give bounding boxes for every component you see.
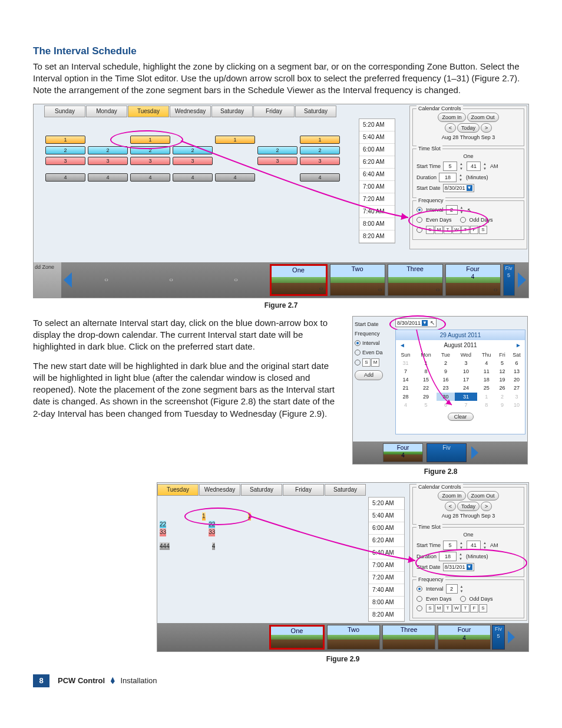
start-minute-input[interactable]: 41: [467, 162, 481, 171]
hour-spinner[interactable]: ▲▼: [459, 162, 464, 170]
month-next[interactable]: ►: [515, 341, 521, 350]
calendar-day[interactable]: 22: [415, 384, 437, 392]
zone-segment[interactable]: 3: [212, 528, 216, 536]
add-button[interactable]: Add: [355, 370, 383, 380]
calendar-day[interactable]: 2: [496, 393, 509, 401]
calendar-day[interactable]: 28: [396, 393, 415, 401]
day-letter[interactable]: M: [435, 226, 443, 234]
interval-radio[interactable]: [416, 586, 422, 592]
minute-spinner[interactable]: ▲▼: [483, 541, 488, 549]
dropdown-arrow-icon[interactable]: ▼: [467, 185, 472, 191]
zone-card[interactable]: Three ‹›: [388, 264, 443, 296]
dropdown-arrow-icon[interactable]: ▼: [422, 320, 428, 326]
day-letter[interactable]: M: [371, 358, 379, 367]
odd-days-radio[interactable]: [460, 217, 466, 223]
start-hour-input[interactable]: 5: [443, 162, 457, 171]
zone-segment[interactable]: 4: [45, 173, 85, 182]
day-letter[interactable]: S: [479, 226, 487, 234]
hour-spinner[interactable]: ▲▼: [459, 541, 464, 549]
day-letter[interactable]: T: [444, 604, 452, 612]
calendar-day[interactable]: 1: [415, 359, 437, 367]
calendar-day[interactable]: 6: [437, 401, 455, 409]
interval-radio[interactable]: [416, 207, 422, 213]
calendar-day[interactable]: 21: [396, 384, 415, 392]
odd-days-radio[interactable]: [460, 596, 466, 602]
calendar-day[interactable]: 4: [396, 401, 415, 409]
zone-card-partial[interactable]: Fiv 5: [492, 625, 505, 650]
dropdown-arrow-icon[interactable]: ▼: [467, 564, 472, 570]
zoom-out-button[interactable]: Zoom Out: [467, 491, 499, 500]
day-letter[interactable]: W: [452, 226, 461, 234]
weekday-radio[interactable]: [416, 605, 422, 611]
day-letter[interactable]: W: [452, 604, 461, 612]
calendar-day[interactable]: 23: [437, 384, 455, 392]
zone-segment[interactable]: 1: [248, 512, 252, 521]
start-date-dropdown[interactable]: 8/30/2011 ▼ ↖: [395, 318, 437, 328]
calendar-day[interactable]: 9: [437, 367, 455, 375]
zone-card[interactable]: Three: [382, 625, 435, 650]
zone-segment[interactable]: 1: [215, 136, 255, 144]
zoom-out-button[interactable]: Zoom Out: [467, 113, 499, 122]
zone-segment[interactable]: 3: [88, 157, 128, 165]
interval-input[interactable]: 2: [446, 584, 458, 594]
calendar-day[interactable]: 17: [455, 375, 477, 384]
month-prev[interactable]: ◄: [399, 341, 405, 350]
calendar-day[interactable]: 3: [455, 359, 477, 367]
zone-card[interactable]: Two: [327, 625, 380, 650]
interval-input[interactable]: 2: [446, 205, 458, 215]
day-letter[interactable]: T: [461, 226, 470, 234]
day-letter[interactable]: S: [426, 604, 434, 612]
weekday-radio[interactable]: [355, 360, 361, 365]
calendar-day[interactable]: 31: [396, 359, 415, 367]
duration-spinner[interactable]: ▲▼: [459, 173, 464, 182]
zone-card[interactable]: Four 4 ‹›: [445, 264, 501, 296]
zone-card[interactable]: Two ‹›: [330, 264, 385, 296]
start-date-dropdown[interactable]: 8/30/201 ▼: [443, 184, 474, 192]
calendar-day[interactable]: 11: [477, 367, 496, 375]
even-days-radio[interactable]: [416, 596, 422, 602]
zone-card-partial[interactable]: Fiv 5: [503, 264, 515, 296]
day-header[interactable]: Wednesday: [170, 106, 211, 117]
day-letter[interactable]: S: [479, 604, 487, 612]
zone-segment[interactable]: 3: [257, 157, 297, 165]
day-header-selected[interactable]: Tuesday: [157, 484, 199, 496]
calendar-day[interactable]: 12: [496, 367, 509, 375]
zone-segment[interactable]: 1: [130, 136, 170, 144]
zone-card-partial[interactable]: Fiv: [427, 443, 467, 462]
day-letter[interactable]: S: [426, 226, 434, 234]
start-hour-input[interactable]: 5: [443, 541, 457, 550]
calendar-day[interactable]: 5: [415, 401, 437, 409]
calendar-day[interactable]: 5: [496, 359, 509, 367]
duration-input[interactable]: 18: [439, 173, 457, 182]
zone-segment[interactable]: 2: [257, 146, 297, 154]
calendar-day[interactable]: 9: [496, 401, 509, 409]
clear-button[interactable]: Clear: [448, 413, 474, 421]
zone-segment[interactable]: 3: [173, 157, 213, 165]
next-button[interactable]: >: [481, 123, 492, 133]
day-header[interactable]: Sunday: [44, 106, 85, 117]
zone-segment[interactable]: 1: [45, 136, 85, 144]
calendar-day[interactable]: 16: [437, 375, 455, 384]
zone-segment[interactable]: 2: [300, 146, 340, 154]
day-letter[interactable]: F: [470, 226, 478, 234]
day-header[interactable]: Monday: [86, 106, 127, 117]
duration-spinner[interactable]: ▲▼: [459, 552, 464, 561]
calendar-day[interactable]: 18: [477, 375, 496, 384]
day-header[interactable]: Wednesday: [199, 484, 240, 496]
weekday-radio[interactable]: [416, 227, 422, 233]
calendar-day[interactable]: 27: [508, 384, 525, 392]
zone-segment[interactable]: 4: [173, 173, 213, 182]
zone-segment[interactable]: 2: [173, 146, 213, 154]
day-letter[interactable]: F: [470, 604, 478, 612]
interval-spinner[interactable]: ▲▼: [460, 206, 465, 214]
day-letter[interactable]: S: [362, 358, 371, 367]
zone-card[interactable]: Four 4: [438, 625, 491, 650]
calendar-day[interactable]: 10: [455, 367, 477, 375]
prev-button[interactable]: <: [445, 123, 456, 133]
calendar-day[interactable]: 24: [455, 384, 477, 392]
calendar-day[interactable]: 14: [396, 375, 415, 384]
interval-radio[interactable]: [355, 340, 361, 346]
zone-segment[interactable]: 2: [88, 146, 128, 154]
zone-segment[interactable]: 3: [300, 157, 340, 165]
zone-segment[interactable]: 1: [300, 136, 340, 144]
